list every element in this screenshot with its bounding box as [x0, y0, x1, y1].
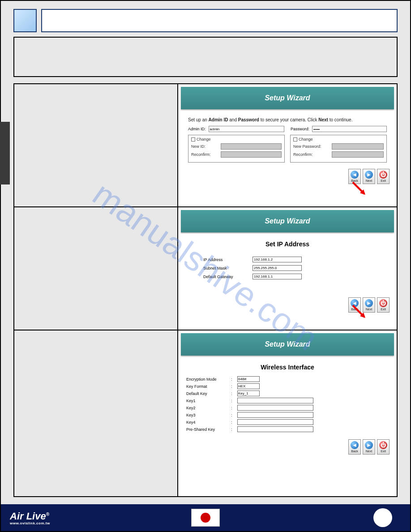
change-password-group: Change New Password: Reconfirm: — [290, 135, 387, 163]
brand-logo: Air Live® www.ovislink.com.tw — [10, 511, 50, 525]
instr-text: to continue. — [328, 117, 352, 122]
key2-label: Key2 — [186, 406, 231, 410]
next-label: Next — [366, 308, 372, 311]
ip-subtitle: Set IP Address — [181, 240, 394, 248]
keyformat-select[interactable] — [237, 383, 260, 389]
header-title-box — [41, 9, 398, 32]
wizard-title-2: Setup Wizard — [181, 210, 394, 232]
exit-icon: ⏻ — [379, 171, 387, 179]
grid-row-2: Setup Wizard Set IP Address IP Address S… — [14, 207, 397, 330]
encryption-label: Encryption Mode — [186, 377, 231, 382]
colon: : — [231, 377, 237, 382]
colon: : — [231, 384, 237, 389]
key1-input[interactable] — [237, 398, 313, 403]
back-button[interactable]: ◄ Back — [348, 439, 361, 455]
intro-box — [13, 37, 398, 77]
reconfirm-id-input[interactable] — [221, 151, 282, 158]
reconfirm-password-input[interactable] — [332, 151, 384, 158]
exit-label: Exit — [381, 308, 386, 311]
password-label: Password: — [291, 127, 309, 131]
new-password-input[interactable] — [332, 143, 384, 150]
change-label: Change — [197, 137, 211, 142]
ip-address-input[interactable] — [253, 257, 302, 262]
defaultkey-select[interactable] — [237, 390, 260, 396]
svg-marker-1 — [360, 189, 365, 195]
exit-icon: ⏻ — [379, 299, 387, 307]
next-button[interactable]: ► Next — [363, 439, 375, 455]
psk-input[interactable] — [237, 426, 313, 432]
exit-label: Exit — [381, 450, 386, 453]
wizard-title-1: Setup Wizard — [181, 87, 394, 109]
grid-left-1 — [14, 84, 178, 206]
grid-row-1: Setup Wizard Set up an Admin ID and Pass… — [14, 84, 397, 207]
wizard-title-3: Setup Wizard — [181, 333, 394, 356]
wireless-subtitle: Wireless Interface — [181, 364, 394, 371]
admin-id-label: Admin ID: — [188, 127, 206, 131]
colon: : — [231, 413, 237, 417]
subnet-input[interactable] — [253, 265, 302, 271]
back-button[interactable]: ◄ Back — [348, 297, 361, 313]
next-label: Next — [366, 179, 372, 182]
side-tab — [0, 122, 10, 184]
back-button[interactable]: ◄ Back — [348, 169, 361, 184]
instr-text: Set up an — [188, 117, 209, 122]
colon: : — [231, 427, 237, 432]
next-label: Next — [366, 450, 372, 453]
key3-input[interactable] — [237, 412, 313, 418]
footer-circle-icon — [373, 508, 392, 527]
back-label: Back — [351, 308, 358, 311]
key4-label: Key4 — [186, 420, 231, 425]
ip-address-label: IP Address — [203, 257, 253, 262]
next-button[interactable]: ► Next — [363, 169, 375, 184]
change-id-checkbox[interactable] — [191, 137, 195, 142]
instr-bold: Password — [238, 117, 259, 122]
flag-dot-icon — [201, 513, 210, 523]
exit-button[interactable]: ⏻ Exit — [377, 439, 390, 455]
key2-input[interactable] — [237, 405, 313, 411]
back-arrow-icon: ◄ — [351, 441, 359, 449]
exit-label: Exit — [381, 179, 386, 182]
subnet-label: Subnet Mask — [203, 266, 253, 270]
next-button[interactable]: ► Next — [363, 297, 375, 313]
new-id-input[interactable] — [221, 143, 282, 150]
psk-label: Pre-Shared Key — [186, 427, 231, 432]
instr-text: and — [228, 117, 238, 122]
gateway-label: Default Gateway — [203, 275, 253, 279]
password-input[interactable] — [312, 126, 387, 132]
instr-text: to secure your camera. Click — [259, 117, 318, 122]
key1-label: Key1 — [186, 399, 231, 403]
next-arrow-icon: ► — [365, 171, 373, 179]
back-arrow-icon: ◄ — [351, 171, 359, 179]
next-arrow-icon: ► — [365, 299, 373, 307]
change-password-checkbox[interactable] — [293, 137, 297, 142]
admin-id-input[interactable] — [209, 126, 284, 132]
key3-label: Key3 — [186, 413, 231, 417]
colon: : — [231, 399, 237, 403]
instr-bold: Admin ID — [209, 117, 228, 122]
exit-button[interactable]: ⏻ Exit — [377, 297, 390, 313]
footer-bar: Air Live® www.ovislink.com.tw — [1, 504, 410, 531]
wizard-panel-3: Setup Wizard Wireless Interface Encrypti… — [181, 333, 394, 456]
grid-right-3: Setup Wizard Wireless Interface Encrypti… — [178, 330, 397, 496]
reconfirm-id-label: Reconfirm: — [191, 152, 218, 157]
encryption-select[interactable] — [237, 376, 260, 382]
back-arrow-icon: ◄ — [351, 299, 359, 307]
colon: : — [231, 391, 237, 396]
gateway-input[interactable] — [253, 274, 302, 279]
change-label: Change — [299, 137, 313, 142]
wizard-panel-1: Setup Wizard Set up an Admin ID and Pass… — [181, 87, 394, 186]
brand-url: www.ovislink.com.tw — [10, 521, 50, 525]
header-icon — [13, 9, 37, 32]
reconfirm-password-label: Reconfirm: — [293, 152, 329, 157]
exit-button[interactable]: ⏻ Exit — [377, 169, 390, 184]
content-grid: Setup Wizard Set up an Admin ID and Pass… — [13, 83, 398, 497]
colon: : — [231, 420, 237, 425]
back-label: Back — [351, 179, 358, 182]
new-id-label: New ID: — [191, 144, 218, 149]
grid-right-2: Setup Wizard Set IP Address IP Address S… — [178, 207, 397, 330]
instr-bold: Next — [318, 117, 328, 122]
grid-left-3 — [14, 330, 178, 496]
key4-input[interactable] — [237, 419, 313, 425]
defaultkey-label: Default Key — [186, 391, 231, 396]
grid-right-1: Setup Wizard Set up an Admin ID and Pass… — [178, 84, 397, 206]
